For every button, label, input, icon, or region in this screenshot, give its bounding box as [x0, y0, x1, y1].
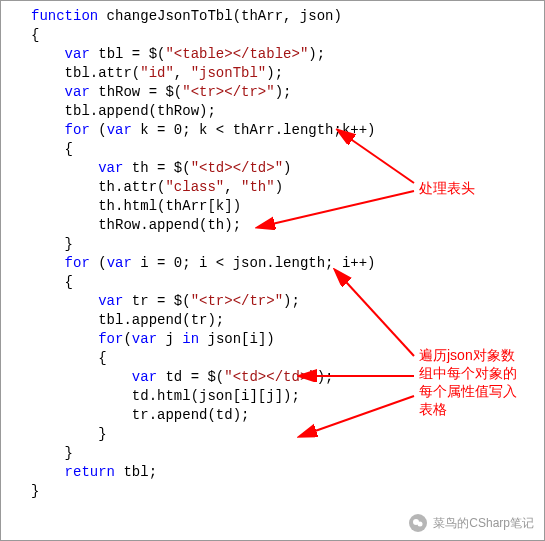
svg-line-4 — [301, 396, 414, 436]
arrow-overlay — [1, 1, 545, 541]
svg-line-0 — [339, 131, 414, 183]
svg-line-2 — [336, 271, 414, 356]
svg-point-6 — [418, 522, 423, 527]
svg-line-1 — [259, 191, 414, 227]
wechat-icon — [409, 514, 427, 532]
watermark: 菜鸟的CSharp笔记 — [409, 514, 534, 532]
watermark-text: 菜鸟的CSharp笔记 — [433, 515, 534, 532]
